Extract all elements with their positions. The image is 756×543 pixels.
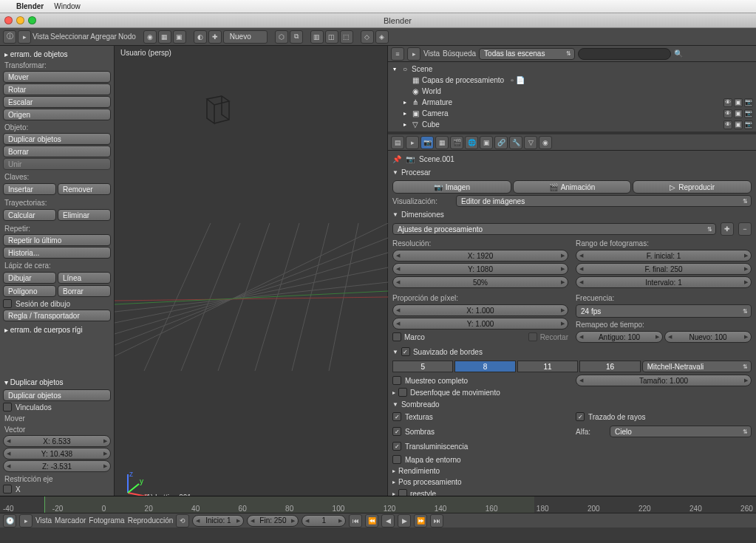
move-button[interactable]: Mover bbox=[3, 71, 111, 83]
object-tab-icon[interactable]: ▣ bbox=[480, 136, 493, 149]
vector-x-field[interactable]: X: 6.533 bbox=[3, 435, 111, 447]
scene-tab-icon[interactable]: 🎬 bbox=[450, 136, 463, 149]
collapse-icon[interactable]: ▸ bbox=[18, 30, 31, 44]
tl-menu-frame[interactable]: Fotograma bbox=[89, 516, 124, 525]
outliner-view-menu[interactable]: Vista bbox=[423, 49, 440, 58]
fps-dropdown[interactable]: 24 fps bbox=[576, 304, 752, 318]
performance-header[interactable]: ▸Rendimiento bbox=[392, 465, 752, 477]
scale-button[interactable]: Escalar bbox=[3, 96, 111, 108]
linked-checkbox[interactable] bbox=[3, 403, 12, 411]
keyframe-prev-icon[interactable]: ⏪ bbox=[365, 514, 378, 527]
play-render-button[interactable]: ▷ Reproducir bbox=[633, 180, 752, 194]
viewport-cube-object[interactable] bbox=[203, 90, 233, 127]
menu-view[interactable]: Vista bbox=[33, 33, 49, 41]
aa-filter-dropdown[interactable]: Mitchell-Netravali bbox=[642, 361, 752, 372]
frame-start-field[interactable]: F. inicial: 1 bbox=[576, 250, 752, 262]
sss-checkbox[interactable] bbox=[392, 442, 401, 451]
aspect-y-field[interactable]: Y: 1.000 bbox=[392, 318, 568, 329]
timeline-collapse-icon[interactable]: ▸ bbox=[19, 514, 33, 527]
outliner-editor-icon[interactable]: ≡ bbox=[391, 47, 404, 61]
shadows-checkbox[interactable] bbox=[392, 427, 401, 436]
world-tab-icon[interactable]: 🌐 bbox=[465, 136, 478, 149]
render-preset-dropdown[interactable]: Ajustes de procesamiento bbox=[392, 223, 716, 235]
vector-z-field[interactable]: Z: -3.531 bbox=[3, 460, 111, 472]
zoom-window-icon[interactable] bbox=[28, 16, 36, 24]
frame-end-field[interactable]: F. final: 250 bbox=[576, 263, 752, 275]
process-panel-header[interactable]: ▼Procesar bbox=[392, 166, 752, 179]
material-tab-icon[interactable]: ◉ bbox=[539, 136, 552, 149]
copy-icon[interactable]: ⧉ bbox=[290, 30, 303, 44]
aa-size-field[interactable]: Tamaño: 1.000 bbox=[576, 375, 752, 386]
aa-sample-button[interactable]: 5 bbox=[392, 361, 453, 372]
new-button[interactable]: Nuevo bbox=[223, 30, 268, 44]
app-menu[interactable]: Blender bbox=[16, 2, 44, 10]
scene-icon[interactable]: ◉ bbox=[143, 30, 157, 44]
constraint-tab-icon[interactable]: 🔗 bbox=[494, 136, 508, 149]
remap-old-field[interactable]: Antiguo: 100 bbox=[576, 331, 663, 343]
border-checkbox[interactable] bbox=[392, 332, 401, 341]
session-checkbox[interactable] bbox=[3, 299, 12, 308]
snap-icon[interactable]: ⬡ bbox=[275, 30, 288, 44]
aa-sample-button[interactable]: 11 bbox=[517, 361, 578, 372]
remove-key-button[interactable]: Remover bbox=[58, 183, 111, 195]
start-frame-field[interactable]: Inicio: 1 bbox=[192, 515, 244, 527]
join-button[interactable]: Unir bbox=[3, 158, 111, 170]
aspect-x-field[interactable]: X: 1.000 bbox=[392, 304, 568, 316]
outliner-row[interactable]: ▾○Scene bbox=[391, 64, 753, 75]
window-menu[interactable]: Window bbox=[54, 2, 81, 10]
history-button[interactable]: Historia... bbox=[3, 247, 111, 259]
select-toggle-icon[interactable]: ▣ bbox=[734, 98, 743, 107]
render-image-button[interactable]: 📷 Imagen bbox=[392, 180, 511, 194]
aa-panel-header[interactable]: ▼Suavizado de bordes bbox=[392, 345, 752, 358]
postproc-header[interactable]: ▸Pos procesamiento bbox=[392, 477, 752, 488]
gp-erase-button[interactable]: Borrar bbox=[58, 285, 111, 297]
outliner-row[interactable]: ▦Capas de procesamiento▫ 📄 bbox=[391, 75, 753, 86]
outliner-row[interactable]: ▸⋔Armature👁▣📷 bbox=[391, 97, 753, 108]
preset-remove-icon[interactable]: − bbox=[738, 222, 752, 236]
visibility-toggle-icon[interactable]: 👁 bbox=[723, 98, 732, 107]
plus-icon[interactable]: ✚ bbox=[208, 30, 222, 44]
jump-end-icon[interactable]: ⏭ bbox=[430, 514, 443, 527]
rotate-button[interactable]: Rotar bbox=[3, 83, 111, 95]
minimize-window-icon[interactable] bbox=[16, 16, 24, 24]
scene-filter-dropdown[interactable]: Todas las escenas bbox=[479, 48, 575, 60]
play-icon[interactable]: ▶ bbox=[398, 514, 411, 527]
timeline-track[interactable]: -40-200204060801001201401601802002202402… bbox=[0, 496, 756, 513]
mb-checkbox[interactable] bbox=[398, 388, 407, 397]
select-toggle-icon[interactable]: ▣ bbox=[734, 109, 743, 118]
outliner-row[interactable]: ▸▣Camera👁▣📷 bbox=[391, 108, 753, 119]
timeline-editor-icon[interactable]: 🕐 bbox=[3, 514, 16, 527]
ruler-button[interactable]: Regla / Transportador bbox=[3, 310, 111, 321]
render-tab-icon[interactable]: 📷 bbox=[420, 136, 434, 149]
editor-type-icon[interactable]: ⓘ bbox=[3, 30, 16, 44]
preset-add-icon[interactable]: ✚ bbox=[721, 222, 734, 236]
alpha-dropdown[interactable]: Cielo bbox=[610, 426, 752, 437]
aa-enable-checkbox[interactable] bbox=[401, 347, 410, 356]
visibility-toggle-icon[interactable]: 👁 bbox=[723, 109, 732, 118]
tool-icon-4[interactable]: ◇ bbox=[361, 30, 374, 44]
motion-blur-header[interactable]: ▸Desenfoque de movimiento bbox=[392, 386, 752, 398]
dimensions-panel-header[interactable]: ▼Dimensiones bbox=[392, 208, 752, 221]
tl-menu-marker[interactable]: Marcador bbox=[55, 516, 86, 525]
render-anim-button[interactable]: 🎬 Animación bbox=[513, 180, 632, 194]
render-toggle-icon[interactable]: 📷 bbox=[744, 120, 753, 129]
envmap-checkbox[interactable] bbox=[392, 455, 401, 464]
pin-scene-icon[interactable]: 📌 bbox=[392, 155, 401, 163]
backdrop-icon[interactable]: ▣ bbox=[173, 30, 186, 44]
render-toggle-icon[interactable]: 📷 bbox=[744, 98, 753, 107]
full-sample-checkbox[interactable] bbox=[392, 376, 401, 385]
props-editor-icon[interactable]: ▤ bbox=[391, 136, 404, 149]
tl-menu-view[interactable]: Vista bbox=[35, 516, 52, 525]
close-window-icon[interactable] bbox=[4, 16, 13, 24]
3d-viewport[interactable]: Usuario (persp) z x y (1) Lattice.001 ▦ … bbox=[115, 46, 388, 524]
raytrace-checkbox[interactable] bbox=[576, 412, 585, 421]
visualization-dropdown[interactable]: Editor de imágenes bbox=[456, 195, 752, 207]
gp-poly-button[interactable]: Polígono bbox=[3, 285, 56, 297]
res-y-field[interactable]: Y: 1080 bbox=[392, 263, 568, 275]
insert-key-button[interactable]: Insertar bbox=[3, 183, 56, 195]
vector-y-field[interactable]: Y: 10.438 bbox=[3, 448, 111, 460]
tool-icon-1[interactable]: ▥ bbox=[310, 30, 324, 44]
play-reverse-icon[interactable]: ◀ bbox=[381, 514, 395, 527]
origin-button[interactable]: Origen bbox=[3, 109, 111, 120]
render-toggle-icon[interactable]: 📷 bbox=[744, 109, 753, 118]
